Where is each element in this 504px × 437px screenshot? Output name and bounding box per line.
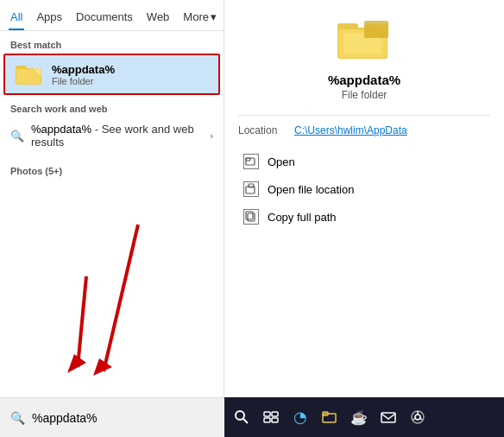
- tab-all[interactable]: All: [9, 7, 24, 30]
- chevron-right-icon: ›: [210, 130, 213, 141]
- taskbar-store-icon[interactable]: ☕: [347, 405, 371, 429]
- taskbar-chrome-icon[interactable]: [406, 405, 430, 429]
- svg-rect-17: [248, 213, 255, 221]
- svg-rect-26: [272, 412, 278, 416]
- svg-rect-2: [16, 69, 41, 84]
- best-match-type: File folder: [52, 76, 115, 86]
- search-input[interactable]: [32, 411, 214, 425]
- search-bar-icon: 🔍: [10, 411, 25, 425]
- action-open-file-location-label: Open file location: [268, 183, 354, 196]
- tab-more[interactable]: More ▾: [181, 7, 218, 30]
- detail-location-label: Location: [238, 124, 286, 136]
- search-web-label: Search work and web: [10, 104, 213, 114]
- svg-rect-18: [246, 212, 253, 219]
- detail-actions: Open Open file location: [238, 150, 490, 228]
- search-web-item[interactable]: 🔍 %appdata% - See work and web results ›: [10, 117, 213, 154]
- action-copy-path-label: Copy full path: [268, 211, 337, 224]
- action-open-label: Open: [268, 155, 295, 168]
- photos-label: Photos (5+): [10, 166, 213, 176]
- search-left-panel: All Apps Documents Web More ▾ 👤 ⋯ Best m…: [0, 0, 224, 437]
- svg-rect-31: [381, 413, 395, 422]
- photos-section: Photos (5+): [0, 157, 224, 180]
- folder-icon: [16, 62, 43, 86]
- detail-name: %appdata%: [328, 73, 400, 87]
- taskbar-search-icon[interactable]: [230, 405, 254, 429]
- svg-rect-25: [264, 412, 270, 416]
- taskbar-taskview-icon[interactable]: [259, 405, 283, 429]
- search-bar: 🔍: [0, 397, 224, 437]
- copy-icon: [243, 209, 259, 225]
- chevron-down-icon: ▾: [211, 10, 217, 23]
- svg-rect-28: [272, 418, 278, 422]
- svg-point-33: [415, 415, 420, 420]
- best-match-item[interactable]: %appdata% File folder: [3, 54, 220, 95]
- search-tabs: All Apps Documents Web More ▾ 👤 ⋯: [0, 0, 224, 31]
- detail-folder-icon: [337, 17, 392, 66]
- best-match-label: Best match: [0, 31, 224, 54]
- tab-documents[interactable]: Documents: [74, 7, 135, 30]
- action-open-file-location[interactable]: Open file location: [238, 178, 490, 200]
- search-web-icon: 🔍: [10, 130, 24, 142]
- taskbar-mail-icon[interactable]: [376, 405, 400, 429]
- svg-point-23: [236, 411, 244, 420]
- detail-divider: [238, 115, 490, 116]
- search-web-section: Search work and web 🔍 %appdata% - See wo…: [0, 95, 224, 157]
- search-right-panel: %appdata% File folder Location C:\Users\…: [224, 0, 504, 437]
- best-match-name: %appdata%: [52, 63, 115, 76]
- detail-location-value[interactable]: C:\Users\hwlim\AppData: [294, 124, 407, 136]
- svg-rect-27: [264, 418, 270, 422]
- open-icon: [243, 154, 259, 169]
- svg-rect-12: [364, 24, 388, 38]
- svg-rect-14: [246, 158, 250, 161]
- taskbar: ◔ ☕: [224, 397, 504, 437]
- detail-type: File folder: [342, 89, 387, 101]
- file-location-icon: [243, 181, 259, 197]
- detail-location-row: Location C:\Users\hwlim\AppData: [238, 124, 490, 136]
- taskbar-explorer-icon[interactable]: [318, 405, 342, 429]
- best-match-text: %appdata% File folder: [52, 63, 115, 86]
- action-copy-path[interactable]: Copy full path: [238, 206, 490, 228]
- tab-web[interactable]: Web: [145, 7, 172, 30]
- taskbar-edge-icon[interactable]: ◔: [288, 405, 312, 429]
- svg-line-24: [243, 419, 248, 423]
- tab-apps[interactable]: Apps: [35, 7, 64, 30]
- action-open[interactable]: Open: [238, 150, 490, 173]
- search-web-text: %appdata% - See work and web results: [31, 123, 203, 149]
